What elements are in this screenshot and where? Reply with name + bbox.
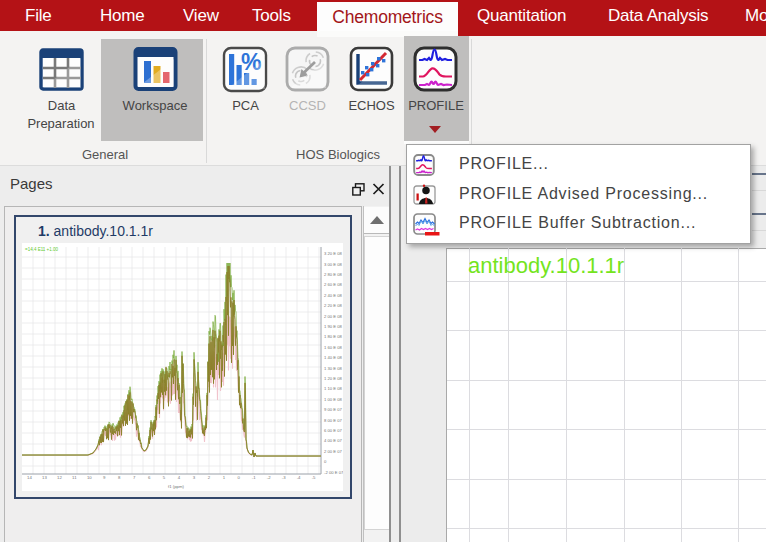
- svg-text:-1: -1: [252, 475, 256, 480]
- svg-text:11: 11: [72, 475, 77, 480]
- svg-text:4: 4: [178, 475, 181, 480]
- svg-text:3 00 E 08: 3 00 E 08: [324, 262, 343, 267]
- svg-text:2 20 E 08: 2 20 E 08: [324, 303, 343, 308]
- svg-text:-5: -5: [312, 475, 316, 480]
- svg-text:1: 1: [223, 475, 226, 480]
- svg-text:-2 00 E 07: -2 00 E 07: [324, 470, 343, 475]
- svg-text:3: 3: [193, 475, 196, 480]
- svg-text:1 80 E 08: 1 80 E 08: [324, 334, 343, 339]
- svg-text:0: 0: [324, 459, 327, 464]
- svg-text:8 00 E 07: 8 00 E 07: [324, 418, 343, 423]
- svg-text:9: 9: [103, 475, 106, 480]
- svg-text:2 40 E 08: 2 40 E 08: [324, 293, 343, 298]
- svg-text:14: 14: [27, 475, 32, 480]
- svg-text:2 60 E 08: 2 60 E 08: [324, 282, 343, 287]
- svg-text:8: 8: [118, 475, 121, 480]
- svg-text:0: 0: [238, 475, 241, 480]
- svg-text:4 00 E 07: 4 00 E 07: [324, 438, 343, 443]
- svg-text:13: 13: [42, 475, 47, 480]
- svg-text:2 00 E 07: 2 00 E 07: [324, 449, 343, 454]
- svg-text:2 80 E 08: 2 80 E 08: [324, 272, 343, 277]
- svg-text:-4: -4: [297, 475, 301, 480]
- svg-text:2 00 E 08: 2 00 E 08: [324, 314, 343, 319]
- svg-text:6: 6: [148, 475, 151, 480]
- svg-text:3 20 E 08: 3 20 E 08: [324, 251, 343, 256]
- svg-text:=14.4 E11 +1.00: =14.4 E11 +1.00: [25, 247, 58, 252]
- svg-text:1 90 E 08: 1 90 E 08: [324, 324, 343, 329]
- svg-text:1 00 E 08: 1 00 E 08: [324, 397, 343, 402]
- svg-text:10: 10: [87, 475, 92, 480]
- svg-text:-3: -3: [282, 475, 286, 480]
- svg-text:1 20 E 08: 1 20 E 08: [324, 376, 343, 381]
- svg-text:-2: -2: [267, 475, 271, 480]
- svg-text:12: 12: [57, 475, 62, 480]
- svg-text:1 10 E 08: 1 10 E 08: [324, 386, 343, 391]
- svg-text:1 30 E 08: 1 30 E 08: [324, 366, 343, 371]
- svg-text:1 40 E 08: 1 40 E 08: [324, 355, 343, 360]
- svg-text:f1 (ppm): f1 (ppm): [168, 484, 185, 489]
- svg-text:6 00 E 07: 6 00 E 07: [324, 428, 343, 433]
- svg-text:1 60 E 08: 1 60 E 08: [324, 345, 343, 350]
- svg-text:9 00 E 07: 9 00 E 07: [324, 407, 343, 412]
- svg-text:7: 7: [133, 475, 136, 480]
- svg-text:2: 2: [208, 475, 211, 480]
- svg-text:5: 5: [163, 475, 166, 480]
